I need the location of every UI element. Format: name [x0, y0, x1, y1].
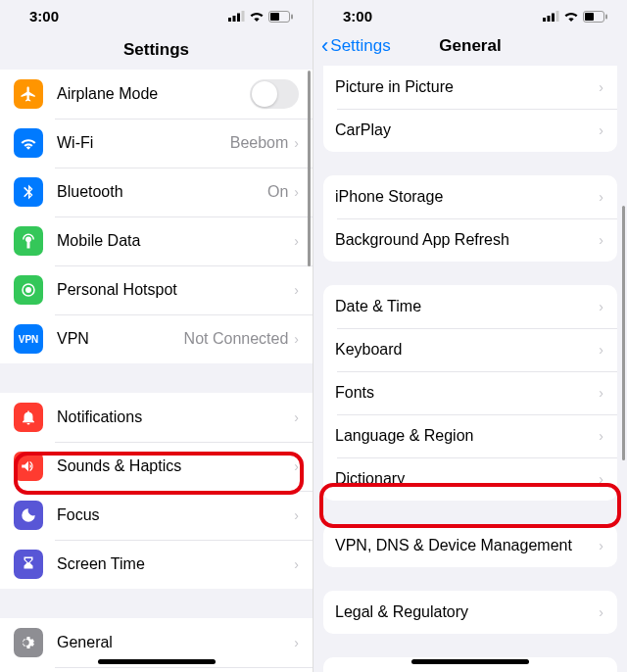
general-group-1: Picture in Picture › CarPlay › [323, 66, 617, 152]
chevron-icon: › [599, 122, 603, 138]
svg-rect-25 [605, 14, 607, 19]
row-keyboard[interactable]: Keyboard › [323, 328, 617, 371]
row-control-centre[interactable]: Control Centre › [0, 667, 313, 672]
row-bluetooth[interactable]: Bluetooth On › [0, 168, 313, 216]
bluetooth-value: On [267, 183, 288, 201]
airplane-toggle[interactable] [250, 79, 299, 109]
settings-group-notifications: Notifications › Sounds & Haptics › Focus… [0, 393, 313, 589]
row-label: Notifications [57, 408, 294, 426]
chevron-icon: › [599, 79, 603, 95]
row-picture-in-picture[interactable]: Picture in Picture › [323, 66, 617, 109]
status-icons [228, 11, 293, 23]
vpn-icon: VPN [14, 324, 43, 354]
page-title: Settings [0, 26, 313, 70]
row-carplay[interactable]: CarPlay › [323, 109, 617, 152]
row-label: Screen Time [57, 555, 294, 573]
scroll-indicator [308, 71, 311, 266]
row-label: Sounds & Haptics [57, 457, 294, 475]
status-bar: 3:00 [314, 0, 627, 26]
chevron-icon: › [294, 184, 299, 200]
chevron-icon: › [294, 282, 299, 298]
row-background-refresh[interactable]: Background App Refresh › [323, 218, 617, 262]
chevron-icon: › [599, 428, 603, 444]
svg-rect-0 [228, 18, 231, 22]
row-label: Focus [57, 506, 294, 524]
battery-icon [268, 11, 293, 23]
cellular-icon [543, 11, 559, 22]
battery-icon [583, 11, 607, 23]
row-legal-regulatory[interactable]: Legal & Regulatory › [323, 591, 617, 634]
row-label: CarPlay [335, 121, 599, 139]
chevron-icon: › [599, 232, 603, 248]
row-label: Background App Refresh [335, 231, 599, 249]
row-focus[interactable]: Focus › [0, 491, 313, 540]
airplane-icon [14, 79, 43, 109]
chevron-icon: › [599, 342, 603, 358]
nav-header: ‹ Settings General [314, 26, 627, 66]
chevron-left-icon: ‹ [321, 33, 328, 59]
row-label: Keyboard [335, 341, 599, 359]
row-label: Picture in Picture [335, 78, 599, 96]
row-label: Fonts [335, 384, 599, 402]
vpn-value: Not Connected [184, 330, 289, 348]
settings-group-connectivity: Airplane Mode Wi-Fi Beebom › Bluetooth O… [0, 70, 313, 363]
row-iphone-storage[interactable]: iPhone Storage › [323, 175, 617, 218]
moon-icon [14, 501, 43, 530]
status-bar: 3:00 [0, 0, 313, 26]
general-screen: 3:00 ‹ Settings General Picture in Pictu… [314, 0, 627, 672]
home-indicator[interactable] [411, 659, 529, 664]
row-screen-time[interactable]: Screen Time › [0, 540, 313, 589]
chevron-icon: › [294, 233, 299, 249]
row-mobile-data[interactable]: Mobile Data › [0, 216, 313, 265]
row-label: Personal Hotspot [57, 281, 294, 299]
row-label: VPN [57, 330, 184, 348]
home-indicator[interactable] [98, 659, 216, 664]
row-notifications[interactable]: Notifications › [0, 393, 313, 442]
back-button[interactable]: ‹ Settings [321, 33, 391, 59]
chevron-icon: › [599, 299, 603, 314]
row-language-region[interactable]: Language & Region › [323, 414, 617, 457]
svg-rect-20 [548, 16, 551, 22]
status-time: 3:00 [343, 8, 372, 24]
chevron-icon: › [599, 538, 603, 553]
chevron-icon: › [294, 409, 299, 425]
row-label: Airplane Mode [57, 85, 250, 103]
svg-rect-2 [237, 14, 240, 23]
row-label: VPN, DNS & Device Management [335, 537, 599, 554]
speaker-icon [14, 452, 43, 481]
svg-rect-5 [270, 13, 279, 21]
row-label: Date & Time [335, 298, 599, 315]
row-airplane-mode[interactable]: Airplane Mode [0, 70, 313, 119]
row-wifi[interactable]: Wi-Fi Beebom › [0, 119, 313, 168]
general-group-3: Date & Time › Keyboard › Fonts › Languag… [323, 285, 617, 501]
svg-rect-21 [552, 14, 555, 23]
row-dictionary[interactable]: Dictionary › [323, 457, 617, 501]
antenna-icon [14, 226, 43, 256]
svg-rect-22 [556, 11, 559, 22]
svg-rect-6 [291, 14, 293, 19]
wifi-value: Beebom [230, 134, 289, 152]
svg-rect-1 [233, 16, 236, 22]
row-label: iPhone Storage [335, 188, 599, 206]
row-fonts[interactable]: Fonts › [323, 371, 617, 414]
gear-icon [14, 628, 43, 657]
chevron-icon: › [599, 471, 603, 487]
hotspot-icon [14, 275, 43, 305]
row-vpn[interactable]: VPN VPN Not Connected › [0, 314, 313, 363]
scroll-indicator [622, 206, 625, 460]
wifi-icon [14, 128, 43, 158]
chevron-icon: › [294, 556, 299, 572]
general-group-5: Legal & Regulatory › [323, 591, 617, 634]
wifi-icon [249, 11, 265, 22]
row-label: Language & Region [335, 427, 599, 445]
chevron-icon: › [294, 331, 299, 347]
bluetooth-icon [14, 177, 43, 207]
general-group-2: iPhone Storage › Background App Refresh … [323, 175, 617, 262]
row-sounds[interactable]: Sounds & Haptics › [0, 442, 313, 491]
row-label: Legal & Regulatory [335, 603, 599, 621]
chevron-icon: › [294, 635, 299, 650]
chevron-icon: › [294, 507, 299, 523]
row-personal-hotspot[interactable]: Personal Hotspot › [0, 265, 313, 314]
row-vpn-dns-management[interactable]: VPN, DNS & Device Management › [323, 524, 617, 567]
row-date-time[interactable]: Date & Time › [323, 285, 617, 328]
